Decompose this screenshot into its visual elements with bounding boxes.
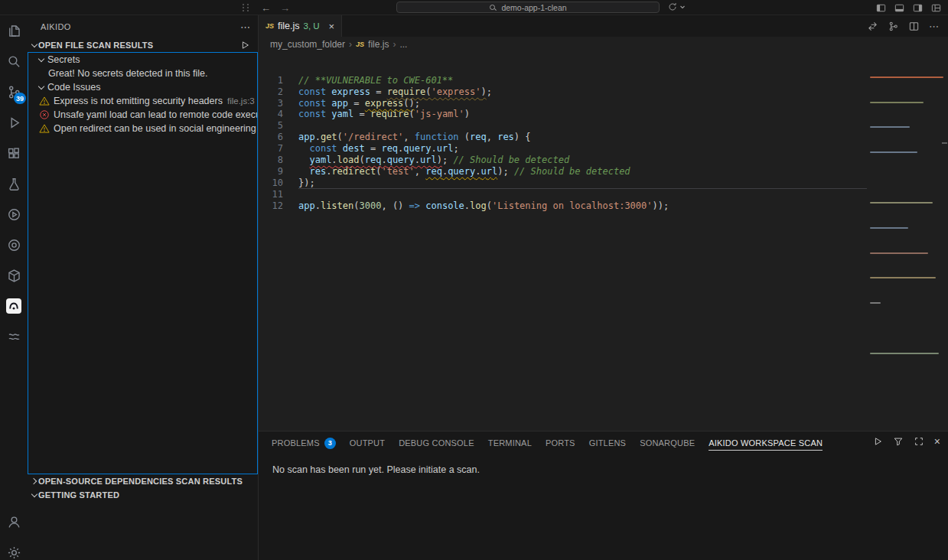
compare-changes-icon[interactable] — [867, 21, 878, 32]
current-line-border — [298, 188, 867, 189]
line-number[interactable]: 11 — [259, 189, 283, 200]
breadcrumb-item-file[interactable]: file.js — [368, 39, 389, 50]
chevron-down-icon — [37, 83, 45, 91]
split-editor-icon[interactable] — [908, 21, 920, 32]
line-number[interactable]: 3 — [259, 98, 283, 109]
code-line[interactable]: 7 const dest = req.query.url; — [259, 143, 948, 155]
line-number[interactable]: 7 — [259, 143, 283, 155]
code-line[interactable]: 5 — [259, 120, 948, 132]
code-line[interactable]: 3const app = express(); — [259, 98, 948, 109]
line-number[interactable]: 8 — [259, 155, 283, 166]
code-token — [298, 155, 309, 165]
panel-tab-gitlens[interactable]: GITLENS — [582, 431, 633, 454]
code-token: yaml — [309, 155, 331, 165]
line-number[interactable]: 9 — [259, 166, 283, 177]
code-line[interactable]: 9 res.redirect('test', req.query.url); /… — [259, 166, 948, 177]
filter-icon[interactable] — [893, 436, 904, 447]
testing-beaker-icon[interactable] — [0, 168, 28, 199]
code-line[interactable]: 4const yaml = require('js-yaml') — [259, 109, 948, 120]
target-circle-icon[interactable] — [0, 230, 28, 260]
section-open-file-scan-results[interactable]: OPEN FILE SCAN RESULTS — [28, 38, 258, 52]
customize-layout-icon[interactable] — [930, 2, 942, 14]
source-history-icon[interactable] — [888, 21, 899, 32]
sync-dropdown-button[interactable] — [667, 2, 686, 12]
breadcrumb-item-folder[interactable]: my_custom_folder — [270, 39, 345, 50]
command-center-search[interactable]: demo-app-1-clean — [396, 2, 660, 13]
toggle-primary-sidebar-icon[interactable] — [875, 2, 887, 14]
grid-dots-icon[interactable] — [241, 3, 250, 12]
tree-item-issue[interactable]: Express is not emitting security headers… — [28, 94, 257, 108]
code-line[interactable]: 2const express = require('express'); — [259, 86, 948, 98]
run-debug-icon[interactable] — [0, 107, 28, 138]
tree-item-issue[interactable]: Unsafe yaml load can lead to remote code… — [28, 108, 257, 122]
code-editor[interactable]: 1// **VULNERABLE to CWE-601**2const expr… — [259, 52, 948, 431]
minimap[interactable] — [870, 54, 943, 378]
more-actions-icon[interactable]: ⋯ — [929, 21, 939, 32]
toggle-panel-icon[interactable] — [894, 2, 905, 14]
code-token: 'test' — [381, 166, 414, 177]
code-token — [298, 166, 309, 177]
aikido-icon[interactable] — [0, 291, 28, 321]
panel-tab-problems[interactable]: PROBLEMS3 — [265, 431, 343, 454]
panel-tab-terminal[interactable]: TERMINAL — [481, 431, 539, 454]
code-token: ( — [459, 132, 470, 142]
close-panel-icon[interactable]: × — [934, 436, 940, 447]
code-token: res — [309, 166, 326, 177]
breadcrumb-item-symbol[interactable]: ... — [399, 39, 407, 50]
code-line[interactable]: 1// **VULNERABLE to CWE-601** — [259, 75, 948, 86]
tree-item-issue[interactable]: Open redirect can be used in social engi… — [28, 122, 257, 135]
code-line[interactable]: 12app.listen(3000, () => console.log('Li… — [259, 200, 948, 212]
extensions-icon[interactable] — [0, 138, 28, 168]
warning-icon — [39, 96, 50, 106]
code-line[interactable]: 6app.get('/redirect', function (req, res… — [259, 132, 948, 143]
run-scan-icon[interactable] — [872, 436, 883, 447]
code-token: const — [298, 86, 326, 97]
code-token — [337, 143, 343, 154]
panel-tab-aikido-workspace-scan[interactable]: AIKIDO WORKSPACE SCAN — [702, 431, 829, 454]
panel-tab-sonarqube[interactable]: SONARQUBE — [633, 431, 702, 454]
problems-count-badge: 3 — [324, 438, 336, 449]
line-number[interactable]: 5 — [259, 120, 283, 132]
code-line[interactable]: 11 — [259, 189, 948, 200]
line-number[interactable]: 6 — [259, 132, 283, 143]
forward-icon[interactable]: → — [280, 2, 290, 14]
code-line[interactable]: 10}); — [259, 177, 948, 189]
line-number[interactable]: 1 — [259, 75, 283, 86]
tab-bar: JS file.js 3, U × ⋯ — [259, 15, 948, 37]
tree-item-secrets[interactable]: Secrets — [28, 53, 257, 67]
panel-tab-ports[interactable]: PORTS — [539, 431, 582, 454]
more-actions-icon[interactable]: ⋯ — [240, 21, 250, 33]
close-icon[interactable]: × — [329, 21, 335, 32]
tree-item-code-issues[interactable]: Code Issues — [28, 80, 257, 94]
line-number[interactable]: 2 — [259, 86, 283, 98]
toggle-secondary-sidebar-icon[interactable] — [912, 2, 924, 14]
tab-file-js[interactable]: JS file.js 3, U × — [259, 15, 342, 37]
play-circle-icon[interactable] — [0, 199, 28, 230]
back-icon[interactable]: ← — [261, 2, 271, 14]
settings-gear-icon[interactable] — [0, 537, 28, 560]
search-icon[interactable] — [0, 46, 28, 77]
code-token: ; — [487, 86, 492, 97]
code-token: require — [387, 86, 426, 97]
line-number[interactable]: 4 — [259, 109, 283, 120]
code-token: = — [353, 109, 370, 119]
tree-item-secrets-message[interactable]: Great! No secrets detected in this file. — [28, 67, 257, 80]
maximize-panel-icon[interactable] — [914, 436, 924, 447]
source-control-icon[interactable]: 39 — [0, 77, 28, 107]
chevron-down-icon — [31, 491, 38, 499]
package-icon[interactable] — [0, 260, 28, 291]
panel-tab-debug-console[interactable]: DEBUG CONSOLE — [392, 431, 481, 454]
line-number[interactable]: 10 — [259, 177, 283, 189]
code-line[interactable]: 8 yaml.load(req.query.url); // Should be… — [259, 155, 948, 166]
explorer-icon[interactable] — [0, 15, 28, 46]
section-label: GETTING STARTED — [38, 490, 119, 500]
account-icon[interactable] — [0, 506, 28, 537]
section-open-source-dependencies[interactable]: OPEN-SOURCE DEPENDENCIES SCAN RESULTS — [28, 474, 258, 488]
line-number[interactable]: 12 — [259, 200, 283, 212]
panel-tab-bar: PROBLEMS3OUTPUTDEBUG CONSOLETERMINALPORT… — [259, 431, 948, 454]
panel-tab-output[interactable]: OUTPUT — [343, 431, 392, 454]
section-getting-started[interactable]: GETTING STARTED — [28, 488, 258, 502]
run-scan-icon[interactable] — [239, 40, 250, 50]
waves-icon[interactable] — [0, 321, 28, 352]
code-token: get — [321, 132, 337, 142]
